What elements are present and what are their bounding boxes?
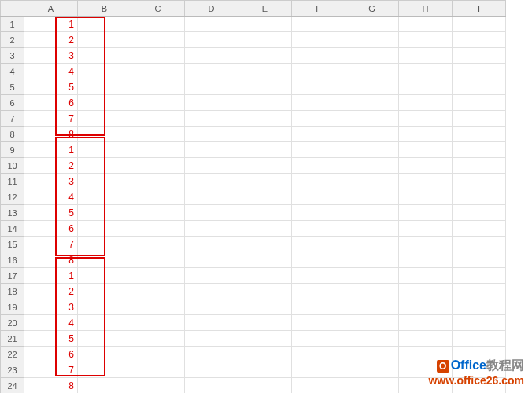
cell-C21[interactable] — [131, 331, 185, 347]
cell-A17[interactable]: 1 — [24, 268, 78, 284]
cell-E19[interactable] — [238, 299, 292, 315]
cell-H13[interactable] — [399, 205, 453, 221]
cell-B9[interactable] — [78, 142, 131, 158]
cell-B18[interactable] — [78, 284, 131, 299]
row-header-12[interactable]: 12 — [1, 189, 24, 205]
cell-A14[interactable]: 6 — [24, 221, 78, 237]
cell-F15[interactable] — [292, 237, 345, 252]
cell-H15[interactable] — [399, 237, 453, 252]
cell-D22[interactable] — [185, 347, 238, 362]
cell-H12[interactable] — [399, 189, 453, 205]
cell-C6[interactable] — [131, 95, 185, 111]
row-header-17[interactable]: 17 — [1, 268, 24, 284]
cell-C19[interactable] — [131, 299, 185, 315]
cell-F12[interactable] — [292, 189, 345, 205]
cell-G1[interactable] — [345, 17, 399, 32]
cell-F11[interactable] — [292, 174, 345, 189]
cell-E12[interactable] — [238, 189, 292, 205]
cell-A1[interactable]: 1 — [24, 17, 78, 32]
cell-D3[interactable] — [185, 48, 238, 64]
cell-F10[interactable] — [292, 158, 345, 174]
cell-I21[interactable] — [453, 331, 506, 347]
cell-A7[interactable]: 7 — [24, 111, 78, 127]
cell-F7[interactable] — [292, 111, 345, 127]
cell-F9[interactable] — [292, 142, 345, 158]
cell-I20[interactable] — [453, 315, 506, 331]
spreadsheet-grid[interactable]: A B C D E F G H I 1122334455667788911021… — [0, 0, 532, 393]
col-header-I[interactable]: I — [453, 1, 506, 17]
cell-A18[interactable]: 2 — [24, 284, 78, 299]
cell-H14[interactable] — [399, 221, 453, 237]
cell-E20[interactable] — [238, 315, 292, 331]
cell-B23[interactable] — [78, 362, 131, 378]
cell-A19[interactable]: 3 — [24, 299, 78, 315]
cell-C15[interactable] — [131, 237, 185, 252]
cell-E9[interactable] — [238, 142, 292, 158]
cell-D12[interactable] — [185, 189, 238, 205]
cell-H21[interactable] — [399, 331, 453, 347]
row-header-9[interactable]: 9 — [1, 142, 24, 158]
cell-D17[interactable] — [185, 268, 238, 284]
cell-C4[interactable] — [131, 64, 185, 79]
cell-H2[interactable] — [399, 32, 453, 48]
cell-I3[interactable] — [453, 48, 506, 64]
cell-D16[interactable] — [185, 252, 238, 268]
cell-D11[interactable] — [185, 174, 238, 189]
cell-G19[interactable] — [345, 299, 399, 315]
cell-I9[interactable] — [453, 142, 506, 158]
cell-B19[interactable] — [78, 299, 131, 315]
cell-H19[interactable] — [399, 299, 453, 315]
col-header-F[interactable]: F — [292, 1, 345, 17]
cell-E24[interactable] — [238, 378, 292, 394]
cell-B3[interactable] — [78, 48, 131, 64]
row-header-6[interactable]: 6 — [1, 95, 24, 111]
cell-B13[interactable] — [78, 205, 131, 221]
cell-B8[interactable] — [78, 127, 131, 142]
cell-A6[interactable]: 6 — [24, 95, 78, 111]
cell-A16[interactable]: 8 — [24, 252, 78, 268]
cell-E6[interactable] — [238, 95, 292, 111]
cell-B5[interactable] — [78, 79, 131, 95]
row-header-10[interactable]: 10 — [1, 158, 24, 174]
cell-C1[interactable] — [131, 17, 185, 32]
cell-A13[interactable]: 5 — [24, 205, 78, 221]
row-header-22[interactable]: 22 — [1, 347, 24, 362]
cell-I18[interactable] — [453, 284, 506, 299]
cell-A15[interactable]: 7 — [24, 237, 78, 252]
cell-E15[interactable] — [238, 237, 292, 252]
cell-G16[interactable] — [345, 252, 399, 268]
cell-A10[interactable]: 2 — [24, 158, 78, 174]
cell-B14[interactable] — [78, 221, 131, 237]
cell-E21[interactable] — [238, 331, 292, 347]
cell-G24[interactable] — [345, 378, 399, 394]
cell-B1[interactable] — [78, 17, 131, 32]
cell-A2[interactable]: 2 — [24, 32, 78, 48]
cell-B7[interactable] — [78, 111, 131, 127]
cell-D20[interactable] — [185, 315, 238, 331]
cell-H20[interactable] — [399, 315, 453, 331]
row-header-20[interactable]: 20 — [1, 315, 24, 331]
row-header-5[interactable]: 5 — [1, 79, 24, 95]
cell-C11[interactable] — [131, 174, 185, 189]
cell-E11[interactable] — [238, 174, 292, 189]
cell-E13[interactable] — [238, 205, 292, 221]
cell-G22[interactable] — [345, 347, 399, 362]
cell-G21[interactable] — [345, 331, 399, 347]
cell-G2[interactable] — [345, 32, 399, 48]
cell-H4[interactable] — [399, 64, 453, 79]
cell-D2[interactable] — [185, 32, 238, 48]
cell-B4[interactable] — [78, 64, 131, 79]
row-header-13[interactable]: 13 — [1, 205, 24, 221]
cell-D8[interactable] — [185, 127, 238, 142]
cell-C5[interactable] — [131, 79, 185, 95]
col-header-H[interactable]: H — [399, 1, 453, 17]
cell-B16[interactable] — [78, 252, 131, 268]
cell-A5[interactable]: 5 — [24, 79, 78, 95]
cell-A22[interactable]: 6 — [24, 347, 78, 362]
cell-C14[interactable] — [131, 221, 185, 237]
cell-C22[interactable] — [131, 347, 185, 362]
row-header-2[interactable]: 2 — [1, 32, 24, 48]
cell-H17[interactable] — [399, 268, 453, 284]
row-header-1[interactable]: 1 — [1, 17, 24, 32]
cell-G13[interactable] — [345, 205, 399, 221]
